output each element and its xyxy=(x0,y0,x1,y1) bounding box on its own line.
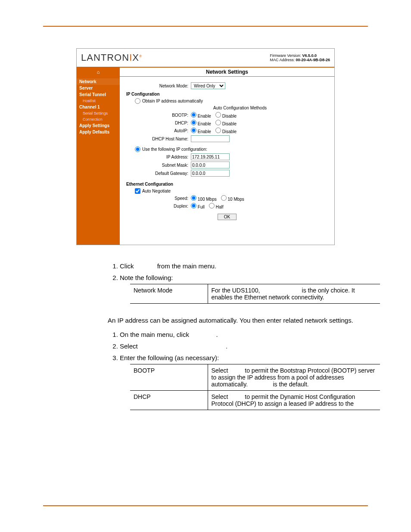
doc-steps-2: On the main menu, click . Select . Enter… xyxy=(108,331,375,410)
doc-step: Click from the main menu. xyxy=(120,262,375,270)
app-header: LANTRONIX® Firmware Version: V6.5.0.0 MA… xyxy=(77,49,334,68)
dhcp-host-label: DHCP Host Name: xyxy=(126,137,191,141)
duplex-half-label: Half xyxy=(216,205,224,209)
title-row: ⌂ Network Settings xyxy=(77,68,334,77)
use-following-label: Use the following IP configuration: xyxy=(142,147,207,152)
bootp-enable-radio[interactable] xyxy=(191,112,196,118)
ip-address-input[interactable] xyxy=(191,153,230,160)
home-icon: ⌂ xyxy=(97,69,100,75)
doc-body: Click from the main menu. Note the follo… xyxy=(108,262,375,410)
table-row: DHCP Select to permit the Dynamic Host C… xyxy=(130,391,380,410)
header-meta: Firmware Version: V6.5.0.0 MAC Address: … xyxy=(270,53,330,62)
doc-step: Select . xyxy=(120,342,375,350)
dhcp-label: DHCP: xyxy=(126,121,191,125)
duplex-label: Duplex: xyxy=(126,204,191,208)
doc-text-span: . xyxy=(226,342,227,350)
doc-table-1: Network Mode For the UDS1100, is the onl… xyxy=(130,284,380,304)
subnet-label: Subnet Mask: xyxy=(126,163,191,168)
doc-text-span: Enter the following (as necessary): xyxy=(120,354,219,361)
auto-negotiate-label: Auto Negotiate xyxy=(142,189,171,193)
table-cell: Select to permit the Dynamic Host Config… xyxy=(208,391,380,410)
speed-label: Speed: xyxy=(126,196,191,201)
sidebar-item-channel-1[interactable]: Channel 1 xyxy=(77,104,120,110)
obtain-auto-label: Obtain IP address automatically xyxy=(142,99,203,103)
table-row: Network Mode For the UDS1100, is the onl… xyxy=(130,284,380,304)
duplex-full-label: Full xyxy=(198,205,205,209)
page-title: Network Settings xyxy=(120,68,334,76)
table-cell: Select to permit the Bootstrap Protocol … xyxy=(208,364,380,391)
doc-table-2: BOOTP Select to permit the Bootstrap Pro… xyxy=(130,364,380,410)
subnet-input[interactable] xyxy=(191,162,230,168)
sidebar-item-serial-tunnel[interactable]: Serial Tunnel xyxy=(77,91,120,98)
bootp-enable-label: Enable xyxy=(198,114,211,118)
table-cell: BOOTP xyxy=(130,364,208,391)
sidebar-item-serial-settings[interactable]: Serial Settings xyxy=(77,110,120,116)
gateway-input[interactable] xyxy=(191,170,230,177)
doc-paragraph: An IP address can be assigned automatica… xyxy=(108,317,375,324)
doc-text-span: Click xyxy=(120,262,134,270)
autoip-enable-radio[interactable] xyxy=(191,128,196,133)
bootp-disable-label: Disable xyxy=(222,114,237,118)
bootp-label: BOOTP: xyxy=(126,113,191,118)
gateway-label: Default Gateway: xyxy=(126,171,191,176)
fw-value: V6.5.0.0 xyxy=(302,53,317,58)
dhcp-enable-radio[interactable] xyxy=(191,120,196,125)
content-panel: Network Mode: Wired Only IP Configuratio… xyxy=(120,77,334,245)
network-mode-label: Network Mode: xyxy=(126,84,191,88)
logo-text: LANTRON xyxy=(81,52,129,63)
mac-label: MAC Address: xyxy=(270,58,295,62)
table-row: BOOTP Select to permit the Bootstrap Pro… xyxy=(130,364,380,391)
home-button[interactable]: ⌂ xyxy=(77,68,120,76)
doc-step: Enter the following (as necessary): BOOT… xyxy=(120,354,375,410)
doc-text-span: . xyxy=(216,331,218,338)
bootp-disable-radio[interactable] xyxy=(215,112,221,118)
doc-text-span: from the main menu. xyxy=(157,262,217,270)
autoip-enable-label: Enable xyxy=(198,129,211,134)
obtain-auto-radio[interactable] xyxy=(135,98,140,104)
autoip-label: AutoIP: xyxy=(126,128,191,133)
doc-step: On the main menu, click . xyxy=(120,331,375,338)
eth-config-heading: Ethernet Configuration xyxy=(126,182,328,187)
fw-label: Firmware Version: xyxy=(270,53,301,58)
app-window: LANTRONIX® Firmware Version: V6.5.0.0 MA… xyxy=(76,48,335,245)
dhcp-enable-label: Enable xyxy=(198,121,211,126)
doc-step: Note the following: Network Mode For the… xyxy=(120,274,375,304)
table-cell: Network Mode xyxy=(130,284,208,304)
logo-text-x: X xyxy=(132,52,139,63)
table-cell: DHCP xyxy=(130,391,208,410)
ip-address-label: IP Address: xyxy=(126,155,191,159)
sidebar-item-server[interactable]: Server xyxy=(77,85,120,91)
auto-methods-label: Auto Configuration Methods xyxy=(126,106,328,110)
doc-steps-1: Click from the main menu. Note the follo… xyxy=(108,262,375,304)
dhcp-host-input[interactable] xyxy=(191,135,230,142)
duplex-half-radio[interactable] xyxy=(209,203,215,208)
logo-reg: ® xyxy=(139,54,142,58)
brand-logo: LANTRONIX® xyxy=(81,52,142,63)
doc-text-span: Note the following: xyxy=(120,274,173,281)
sidebar-item-network[interactable]: Network xyxy=(77,78,120,85)
use-following-radio[interactable] xyxy=(135,146,140,152)
autoip-disable-radio[interactable] xyxy=(215,128,221,133)
duplex-full-radio[interactable] xyxy=(191,203,196,208)
doc-text-span: On the main menu, click xyxy=(120,331,189,338)
speed-10-label: 10 Mbps xyxy=(227,197,244,202)
auto-negotiate-checkbox[interactable] xyxy=(135,188,140,194)
sidebar-item-hostlist[interactable]: Hostlist xyxy=(77,98,120,104)
sidebar-item-apply-defaults[interactable]: Apply Defaults xyxy=(77,129,120,135)
network-mode-select[interactable]: Wired Only xyxy=(191,82,225,89)
speed-100-label: 100 Mbps xyxy=(198,197,217,202)
autoip-disable-label: Disable xyxy=(222,129,237,134)
speed-10-radio[interactable] xyxy=(221,195,227,201)
mac-value: 00-20-4A-9B-D8-26 xyxy=(296,58,330,62)
sidebar-item-apply-settings[interactable]: Apply Settings xyxy=(77,122,120,129)
top-rule xyxy=(43,26,368,27)
ok-button[interactable]: OK xyxy=(218,214,237,220)
dhcp-disable-radio[interactable] xyxy=(215,120,221,125)
table-cell: For the UDS1100, is the only choice. It … xyxy=(208,284,380,304)
bottom-rule xyxy=(43,505,368,506)
sidebar-item-connection[interactable]: Connection xyxy=(77,116,120,122)
sidebar: Network Server Serial Tunnel Hostlist Ch… xyxy=(77,77,120,245)
doc-text-span: For the UDS1100, xyxy=(212,287,260,294)
ip-config-heading: IP Configuration xyxy=(126,92,328,96)
speed-100-radio[interactable] xyxy=(191,195,196,201)
